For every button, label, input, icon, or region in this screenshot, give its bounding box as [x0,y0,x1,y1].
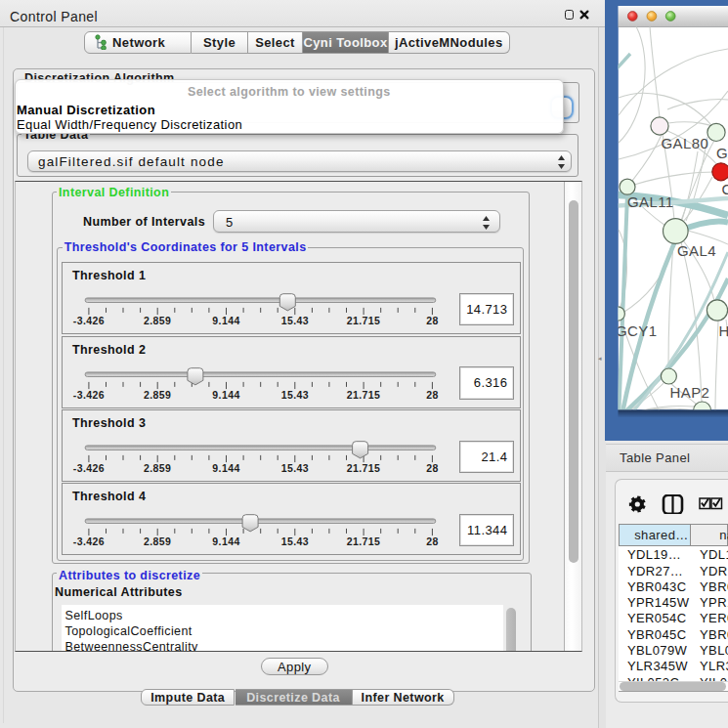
svg-text:21.715: 21.715 [347,316,381,327]
svg-text:GAL11: GAL11 [627,193,674,210]
svg-text:2.859: 2.859 [144,316,171,327]
svg-text:HAP2: HAP2 [670,384,710,401]
svg-text:21.715: 21.715 [347,389,381,401]
svg-text:2.859: 2.859 [144,462,171,474]
svg-text:-3.426: -3.426 [73,462,105,474]
svg-text:28: 28 [426,316,438,327]
svg-text:GAL80: GAL80 [662,135,709,151]
svg-text:9.144: 9.144 [212,316,239,327]
svg-text:28: 28 [426,462,438,474]
svg-text:15.43: 15.43 [281,535,309,547]
svg-text:9.144: 9.144 [212,462,239,474]
svg-text:GCY1: GCY1 [616,322,657,339]
svg-text:H: H [719,322,728,339]
svg-text:15.43: 15.43 [281,389,309,401]
svg-text:-3.426: -3.426 [73,535,105,547]
svg-text:-3.426: -3.426 [73,316,105,327]
svg-text:CY: CY [722,181,728,197]
svg-text:21.715: 21.715 [347,462,381,474]
svg-text:2.859: 2.859 [144,535,171,547]
svg-text:28: 28 [426,389,438,401]
svg-text:9.144: 9.144 [212,535,239,547]
svg-text:GAL4: GAL4 [677,242,716,259]
svg-text:21.715: 21.715 [347,535,381,547]
svg-text:-3.426: -3.426 [73,389,105,401]
svg-text:28: 28 [426,535,438,547]
svg-text:2.859: 2.859 [144,389,171,401]
svg-text:GA: GA [716,145,728,161]
svg-text:15.43: 15.43 [281,462,309,474]
svg-text:15.43: 15.43 [281,316,309,327]
svg-text:9.144: 9.144 [212,389,239,401]
